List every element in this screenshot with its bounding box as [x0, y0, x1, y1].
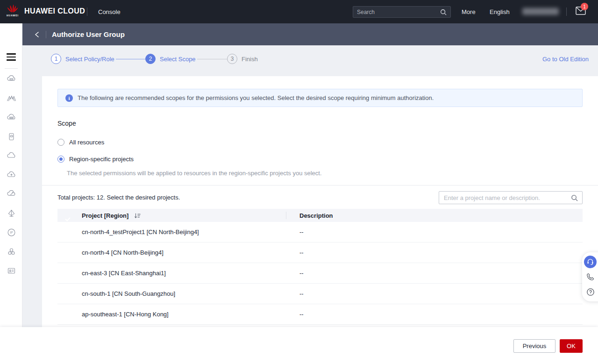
step-connector — [116, 59, 146, 59]
huawei-logo-icon[interactable]: HUAWEI — [5, 3, 21, 20]
project-name: cn-north-4 [CN North-Beijing4] — [82, 249, 293, 256]
project-name: cn-north-4_testProject1 [CN North-Beijin… — [82, 228, 293, 236]
banner-text: The following are recommended scopes for… — [78, 94, 434, 101]
radio-region-specific-projects[interactable]: Region-specific projects — [57, 156, 134, 163]
go-to-old-edition-link[interactable]: Go to Old Edition — [542, 56, 589, 63]
close-icon[interactable] — [567, 94, 575, 102]
scope-heading: Scope — [57, 120, 76, 127]
step-1-circle: 1 — [51, 54, 61, 64]
eip-icon[interactable]: IP — [7, 228, 16, 237]
page-title: Authorize User Group — [52, 30, 125, 38]
table-row[interactable]: ap-southeast-1 [CN-Hong Kong] -- — [57, 304, 583, 325]
bare-metal-server-icon[interactable] — [7, 113, 16, 122]
column-header-project: Project [Region] — [82, 212, 128, 219]
global-search-input[interactable] — [353, 9, 440, 15]
back-icon[interactable] — [34, 31, 41, 38]
dli-prism-icon[interactable] — [7, 208, 16, 218]
search-icon[interactable] — [571, 194, 578, 201]
step-2-label: Select Scope — [160, 56, 196, 63]
divider — [87, 7, 87, 16]
previous-button[interactable]: Previous — [513, 339, 555, 353]
cluster-icon[interactable] — [7, 247, 16, 257]
step-1-label: Select Policy/Role — [65, 56, 114, 63]
radio-all-resources[interactable]: All resources — [57, 139, 104, 146]
phone-contact-icon[interactable] — [584, 271, 597, 283]
project-search-input[interactable] — [439, 194, 571, 201]
ok-button[interactable]: OK — [560, 339, 583, 353]
cloud-migration-icon[interactable] — [7, 189, 16, 199]
table-header-row: Project [Region] Description — [57, 209, 583, 222]
step-2-circle: 2 — [145, 54, 156, 64]
brand-name: HUAWEI CLOUD — [24, 7, 85, 15]
divider — [46, 31, 46, 38]
divider — [566, 7, 567, 16]
project-search-box[interactable] — [439, 191, 583, 204]
recommendation-banner: i The following are recommended scopes f… — [57, 89, 583, 107]
service-sidebar: IP — [0, 23, 22, 327]
ecs-cloud-server-icon[interactable] — [7, 74, 16, 84]
step-connector — [197, 59, 227, 59]
info-icon: i — [65, 94, 73, 102]
language-selector[interactable]: English — [490, 8, 510, 15]
divider — [42, 185, 598, 186]
project-description: -- — [299, 311, 304, 318]
project-name: cn-south-1 [CN South-Guangzhou] — [82, 290, 293, 297]
project-description: -- — [299, 228, 304, 236]
sort-icon[interactable] — [134, 213, 141, 219]
action-footer: Previous OK — [0, 327, 598, 364]
radio-circle-unselected[interactable] — [57, 139, 64, 146]
search-icon[interactable] — [440, 9, 447, 15]
huawei-cloud-console: HUAWEI HUAWEI CLOUD Console More English… — [0, 0, 598, 364]
project-description: -- — [299, 249, 304, 256]
id-card-icon[interactable] — [7, 266, 16, 276]
select-scope-panel: i The following are recommended scopes f… — [42, 76, 598, 327]
column-header-description: Description — [299, 212, 333, 219]
cloud-icon[interactable] — [7, 151, 16, 161]
radio-circle-selected[interactable] — [57, 156, 64, 163]
support-headset-icon[interactable] — [584, 256, 597, 268]
step-3-label: Finish — [242, 56, 258, 63]
project-name: cn-east-3 [CN East-Shanghai1] — [82, 270, 293, 277]
project-description: -- — [299, 270, 304, 277]
help-floating-panel — [582, 252, 598, 301]
help-question-icon[interactable] — [584, 285, 597, 298]
console-link[interactable]: Console — [98, 8, 121, 15]
cloud-phone-icon[interactable] — [7, 132, 16, 142]
user-account-blurred[interactable] — [522, 8, 559, 15]
project-name: ap-southeast-1 [CN-Hong Kong] — [82, 311, 293, 318]
divider — [5, 68, 18, 69]
step-3-circle: 3 — [227, 54, 237, 64]
project-description: -- — [299, 290, 304, 297]
svg-text:IP: IP — [10, 231, 13, 234]
table-row[interactable]: cn-north-4 [CN North-Beijing4] -- — [57, 243, 583, 263]
table-row[interactable]: cn-east-3 [CN East-Shanghai1] -- — [57, 263, 583, 284]
notification-badge[interactable]: 1 — [581, 3, 588, 10]
column-divider — [286, 212, 286, 219]
auto-scaling-icon[interactable] — [7, 93, 16, 103]
menu-hamburger-icon[interactable] — [7, 53, 16, 61]
global-search-box[interactable] — [353, 6, 451, 18]
projects-summary: Total projects: 12. Select the desired p… — [57, 194, 180, 201]
table-row[interactable]: cn-south-1 [CN South-Guangzhou] -- — [57, 284, 583, 304]
page-title-bar: Authorize User Group — [22, 23, 598, 45]
top-navigation-bar: HUAWEI HUAWEI CLOUD Console More English… — [0, 0, 598, 23]
scope-helper-text: The selected permissions will be applied… — [67, 170, 322, 177]
projects-table: Project [Region] Description cn-north-4_… — [57, 209, 583, 325]
more-menu[interactable]: More — [462, 8, 476, 15]
table-row[interactable]: cn-north-4_testProject1 [CN North-Beijin… — [57, 222, 583, 243]
cloud-backup-icon[interactable] — [7, 170, 16, 180]
wizard-stepper: 1 Select Policy/Role 2 Select Scope 3 Fi… — [22, 45, 598, 76]
